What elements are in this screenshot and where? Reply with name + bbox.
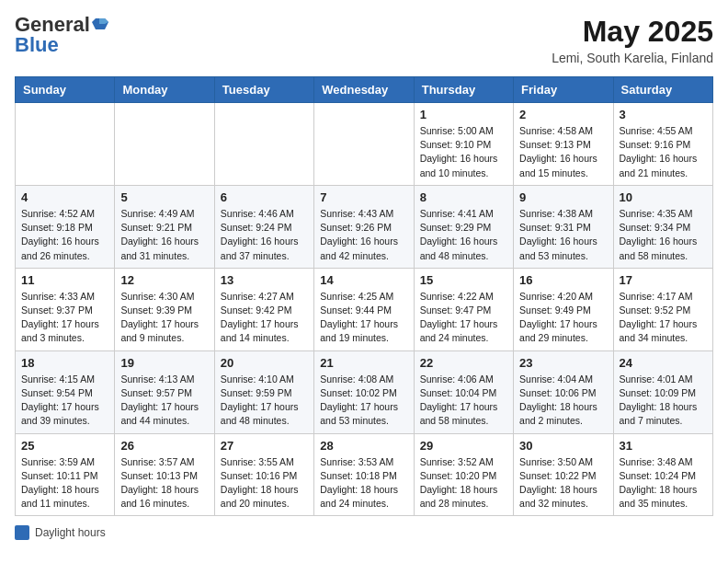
calendar-cell: 17Sunrise: 4:17 AM Sunset: 9:52 PM Dayli… <box>613 268 712 350</box>
day-number: 25 <box>21 439 108 453</box>
day-number: 16 <box>519 273 607 287</box>
calendar-cell <box>115 103 214 186</box>
calendar-cell: 19Sunrise: 4:13 AM Sunset: 9:57 PM Dayli… <box>115 350 214 433</box>
day-number: 24 <box>620 356 707 370</box>
day-number: 19 <box>120 356 208 370</box>
day-number: 14 <box>320 273 407 287</box>
calendar-cell <box>16 103 115 186</box>
day-info: Sunrise: 3:57 AM Sunset: 10:13 PM Daylig… <box>120 455 208 511</box>
calendar-cell: 9Sunrise: 4:38 AM Sunset: 9:31 PM Daylig… <box>514 185 613 268</box>
calendar-cell: 7Sunrise: 4:43 AM Sunset: 9:26 PM Daylig… <box>314 185 414 268</box>
day-info: Sunrise: 4:33 AM Sunset: 9:37 PM Dayligh… <box>21 290 108 346</box>
day-number: 28 <box>320 439 407 453</box>
week-row-1: 4Sunrise: 4:52 AM Sunset: 9:18 PM Daylig… <box>16 185 713 268</box>
calendar-cell: 1Sunrise: 5:00 AM Sunset: 9:10 PM Daylig… <box>414 103 513 186</box>
day-number: 22 <box>420 356 507 370</box>
day-number: 3 <box>620 108 707 121</box>
calendar-cell: 26Sunrise: 3:57 AM Sunset: 10:13 PM Dayl… <box>115 433 214 516</box>
logo-general-text: General <box>15 15 90 35</box>
calendar-cell: 28Sunrise: 3:53 AM Sunset: 10:18 PM Dayl… <box>314 433 414 516</box>
calendar-cell: 3Sunrise: 4:55 AM Sunset: 9:16 PM Daylig… <box>613 103 712 186</box>
day-info: Sunrise: 4:20 AM Sunset: 9:49 PM Dayligh… <box>519 290 607 346</box>
calendar-cell: 4Sunrise: 4:52 AM Sunset: 9:18 PM Daylig… <box>16 185 115 268</box>
day-info: Sunrise: 3:55 AM Sunset: 10:16 PM Daylig… <box>221 455 308 511</box>
day-info: Sunrise: 4:52 AM Sunset: 9:18 PM Dayligh… <box>21 207 108 263</box>
day-info: Sunrise: 4:22 AM Sunset: 9:47 PM Dayligh… <box>420 290 507 346</box>
day-number: 2 <box>519 108 607 121</box>
day-info: Sunrise: 4:35 AM Sunset: 9:34 PM Dayligh… <box>620 207 707 263</box>
location-text: Lemi, South Karelia, Finland <box>552 51 713 65</box>
calendar-cell: 6Sunrise: 4:46 AM Sunset: 9:24 PM Daylig… <box>214 185 313 268</box>
legend-label: Daylight hours <box>35 526 106 539</box>
calendar-cell: 16Sunrise: 4:20 AM Sunset: 9:49 PM Dayli… <box>514 268 613 350</box>
day-info: Sunrise: 4:38 AM Sunset: 9:31 PM Dayligh… <box>519 207 607 263</box>
page-header: General Blue May 2025 Lemi, South Kareli… <box>15 15 713 65</box>
calendar-cell: 11Sunrise: 4:33 AM Sunset: 9:37 PM Dayli… <box>16 268 115 350</box>
calendar-cell: 14Sunrise: 4:25 AM Sunset: 9:44 PM Dayli… <box>314 268 414 350</box>
weekday-wednesday: Wednesday <box>314 77 414 103</box>
day-info: Sunrise: 3:59 AM Sunset: 10:11 PM Daylig… <box>21 455 108 511</box>
day-info: Sunrise: 5:00 AM Sunset: 9:10 PM Dayligh… <box>420 124 507 180</box>
day-info: Sunrise: 4:58 AM Sunset: 9:13 PM Dayligh… <box>519 124 607 180</box>
calendar-cell: 13Sunrise: 4:27 AM Sunset: 9:42 PM Dayli… <box>214 268 313 350</box>
calendar-cell: 23Sunrise: 4:04 AM Sunset: 10:06 PM Dayl… <box>514 350 613 433</box>
day-info: Sunrise: 3:52 AM Sunset: 10:20 PM Daylig… <box>420 455 507 511</box>
calendar-cell <box>314 103 414 186</box>
day-info: Sunrise: 4:13 AM Sunset: 9:57 PM Dayligh… <box>120 373 208 429</box>
day-info: Sunrise: 3:53 AM Sunset: 10:18 PM Daylig… <box>320 455 407 511</box>
week-row-2: 11Sunrise: 4:33 AM Sunset: 9:37 PM Dayli… <box>16 268 713 350</box>
day-number: 27 <box>221 439 308 453</box>
day-info: Sunrise: 3:50 AM Sunset: 10:22 PM Daylig… <box>519 455 607 511</box>
weekday-tuesday: Tuesday <box>214 77 313 103</box>
day-info: Sunrise: 4:43 AM Sunset: 9:26 PM Dayligh… <box>320 207 407 263</box>
day-number: 13 <box>221 273 308 287</box>
day-number: 1 <box>420 108 507 121</box>
logo-icon <box>92 17 108 33</box>
day-info: Sunrise: 4:15 AM Sunset: 9:54 PM Dayligh… <box>21 373 108 429</box>
calendar-cell: 27Sunrise: 3:55 AM Sunset: 10:16 PM Dayl… <box>214 433 313 516</box>
calendar-cell: 29Sunrise: 3:52 AM Sunset: 10:20 PM Dayl… <box>414 433 513 516</box>
day-info: Sunrise: 4:04 AM Sunset: 10:06 PM Daylig… <box>519 373 607 429</box>
day-number: 12 <box>120 273 208 287</box>
day-info: Sunrise: 4:08 AM Sunset: 10:02 PM Daylig… <box>320 373 407 429</box>
calendar-cell: 12Sunrise: 4:30 AM Sunset: 9:39 PM Dayli… <box>115 268 214 350</box>
day-info: Sunrise: 4:01 AM Sunset: 10:09 PM Daylig… <box>620 373 707 429</box>
day-number: 7 <box>320 190 407 204</box>
weekday-saturday: Saturday <box>613 77 712 103</box>
day-number: 30 <box>519 439 607 453</box>
footer: Daylight hours <box>15 525 713 540</box>
day-number: 11 <box>21 273 108 287</box>
day-number: 10 <box>620 190 707 204</box>
day-info: Sunrise: 4:49 AM Sunset: 9:21 PM Dayligh… <box>120 207 208 263</box>
day-info: Sunrise: 4:27 AM Sunset: 9:42 PM Dayligh… <box>221 290 308 346</box>
day-info: Sunrise: 4:10 AM Sunset: 9:59 PM Dayligh… <box>221 373 308 429</box>
weekday-friday: Friday <box>514 77 613 103</box>
calendar-table: SundayMondayTuesdayWednesdayThursdayFrid… <box>15 76 713 516</box>
day-number: 4 <box>21 190 108 204</box>
legend-color-box <box>15 525 29 540</box>
day-number: 21 <box>320 356 407 370</box>
calendar-cell: 22Sunrise: 4:06 AM Sunset: 10:04 PM Dayl… <box>414 350 513 433</box>
calendar-cell: 20Sunrise: 4:10 AM Sunset: 9:59 PM Dayli… <box>214 350 313 433</box>
day-info: Sunrise: 4:06 AM Sunset: 10:04 PM Daylig… <box>420 373 507 429</box>
weekday-header-row: SundayMondayTuesdayWednesdayThursdayFrid… <box>16 77 713 103</box>
calendar-cell: 30Sunrise: 3:50 AM Sunset: 10:22 PM Dayl… <box>514 433 613 516</box>
day-number: 31 <box>620 439 707 453</box>
day-number: 6 <box>221 190 308 204</box>
calendar-cell: 24Sunrise: 4:01 AM Sunset: 10:09 PM Dayl… <box>613 350 712 433</box>
day-number: 15 <box>420 273 507 287</box>
calendar-cell: 25Sunrise: 3:59 AM Sunset: 10:11 PM Dayl… <box>16 433 115 516</box>
calendar-cell: 21Sunrise: 4:08 AM Sunset: 10:02 PM Dayl… <box>314 350 414 433</box>
day-number: 8 <box>420 190 507 204</box>
day-info: Sunrise: 3:48 AM Sunset: 10:24 PM Daylig… <box>620 455 707 511</box>
logo: General Blue <box>15 15 108 57</box>
day-number: 5 <box>120 190 208 204</box>
day-info: Sunrise: 4:46 AM Sunset: 9:24 PM Dayligh… <box>221 207 308 263</box>
weekday-monday: Monday <box>115 77 214 103</box>
day-info: Sunrise: 4:41 AM Sunset: 9:29 PM Dayligh… <box>420 207 507 263</box>
calendar-cell: 15Sunrise: 4:22 AM Sunset: 9:47 PM Dayli… <box>414 268 513 350</box>
week-row-3: 18Sunrise: 4:15 AM Sunset: 9:54 PM Dayli… <box>16 350 713 433</box>
footer-legend: Daylight hours <box>15 525 106 540</box>
day-number: 23 <box>519 356 607 370</box>
logo-blue-text: Blue <box>15 33 59 57</box>
